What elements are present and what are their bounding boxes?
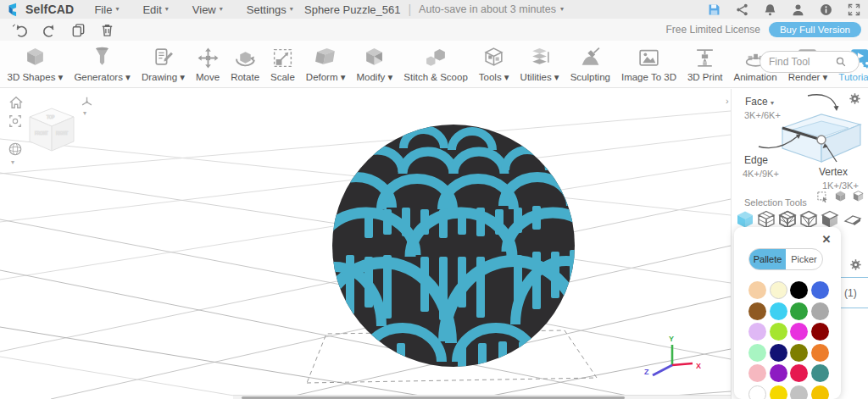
perspective-icon[interactable] [8, 141, 23, 157]
color-swatch-0[interactable] [748, 281, 766, 299]
selfcad-logo[interactable]: SelfCAD [7, 3, 74, 17]
search-icon[interactable] [835, 56, 847, 68]
menu-view[interactable]: View▾ [192, 3, 223, 16]
toolbar-item-utilities[interactable]: Utilities ▾ [515, 43, 565, 86]
gear-icon[interactable] [849, 258, 862, 271]
modify-icon [363, 46, 386, 69]
toolbar-item-3d-shapes[interactable]: 3D Shapes ▾ [2, 43, 69, 86]
image-icon [637, 47, 660, 69]
find-tool-search[interactable] [760, 51, 860, 73]
color-swatch-22[interactable] [790, 385, 808, 399]
color-swatch-8[interactable] [748, 323, 766, 341]
cube-select-icon[interactable] [834, 190, 847, 202]
copy-icon[interactable] [70, 22, 86, 38]
share-icon[interactable] [735, 3, 749, 17]
close-icon[interactable]: ✕ [821, 235, 832, 245]
tab-pallete[interactable]: Pallete [749, 249, 786, 269]
edge-count: 4K+/9K+ [743, 169, 779, 179]
toolbar-item-tools[interactable]: Tools ▾ [473, 43, 515, 86]
move-icon [197, 47, 220, 69]
toolbar-item-modify[interactable]: Modify ▾ [351, 43, 398, 86]
chevron-down-icon: ▾ [290, 6, 293, 13]
color-swatch-13[interactable] [770, 344, 787, 362]
tab-picker[interactable]: Picker [786, 249, 822, 269]
stitch-icon [425, 47, 448, 69]
color-swatch-6[interactable] [790, 302, 808, 320]
viewport-canvas: TOP FRONT RIGHT [0, 89, 731, 399]
undo-icon[interactable] [13, 22, 29, 38]
color-swatch-23[interactable] [811, 385, 829, 399]
color-swatch-11[interactable] [811, 323, 829, 341]
toolbar-item-image-to-3d[interactable]: Image To 3D [615, 44, 682, 85]
info-icon[interactable] [819, 3, 833, 17]
color-swatch-15[interactable] [811, 344, 829, 362]
svg-text:FRONT: FRONT [35, 131, 48, 136]
color-swatch-3[interactable] [811, 281, 829, 299]
delete-icon[interactable] [99, 22, 115, 38]
color-popup: ✕ Pallete Picker [734, 227, 841, 399]
toolbar-item-rotate[interactable]: Rotate [225, 44, 265, 85]
selection-tools-label: Selection Tools [744, 197, 807, 208]
toolbar-item-scale[interactable]: Scale [265, 44, 301, 85]
tools-icon [482, 46, 505, 69]
svg-text:RIGHT: RIGHT [56, 131, 68, 136]
toolbar-item-move[interactable]: Move [191, 44, 225, 85]
color-swatch-9[interactable] [770, 323, 787, 341]
color-swatch-2[interactable] [790, 281, 808, 299]
menu-edit[interactable]: Edit▾ [142, 3, 168, 16]
color-swatch-4[interactable] [748, 302, 766, 320]
color-swatch-19[interactable] [811, 364, 829, 382]
color-swatch-18[interactable] [790, 364, 808, 382]
fit-view-icon[interactable] [8, 114, 22, 128]
marquee-select-icon[interactable] [816, 191, 829, 203]
buy-full-version-button[interactable]: Buy Full Version [769, 22, 861, 37]
color-swatch-1[interactable] [770, 281, 787, 299]
quick-actions-bar: Free Limited License Buy Full Version [0, 19, 868, 41]
chevron-down-icon: ▾ [115, 6, 119, 13]
axis-toggle-icon[interactable] [81, 96, 93, 108]
sphere-model[interactable] [288, 125, 617, 399]
toolbar-item-sculpting[interactable]: Sculpting [565, 44, 615, 85]
panel-collapse-icon[interactable]: › [726, 96, 729, 106]
face-count: 3K+/6K+ [744, 110, 781, 120]
color-swatch-20[interactable] [748, 385, 766, 399]
redo-icon[interactable] [42, 22, 58, 38]
chevron-down-icon[interactable]: ▾ [11, 158, 14, 166]
color-swatch-7[interactable] [811, 302, 829, 320]
solid-select-icon[interactable] [852, 190, 865, 202]
chevron-down-icon: ▾ [165, 6, 169, 13]
toolbar-item-3d-print[interactable]: 3D Print [682, 44, 728, 85]
toolbar-item-generators[interactable]: Generators ▾ [69, 43, 136, 86]
save-icon[interactable] [707, 3, 721, 17]
svg-text:X: X [696, 362, 701, 370]
selfcad-logo-icon [7, 3, 21, 17]
fullscreen-icon[interactable] [847, 3, 861, 17]
color-swatch-17[interactable] [770, 364, 787, 382]
axis-indicator: Y X Z [644, 335, 701, 376]
selfcad-app: SelfCAD File▾ Edit▾ View▾ Settings▾ Sphe… [0, 0, 868, 399]
gear-icon[interactable] [849, 92, 861, 105]
find-tool-input[interactable] [767, 55, 832, 69]
toolbar-item-deform[interactable]: Deform ▾ [300, 43, 351, 86]
3d-viewport[interactable]: TOP FRONT RIGHT [0, 89, 731, 399]
color-popup-tabs: Pallete Picker [748, 248, 823, 270]
color-swatch-21[interactable] [770, 385, 787, 399]
face-label[interactable]: Face ▾ [745, 96, 774, 108]
funnel-icon [91, 46, 114, 69]
autosave-status[interactable]: Auto-save in about 3 minutes▾ [419, 3, 564, 15]
color-swatch-14[interactable] [790, 344, 808, 362]
color-swatch-16[interactable] [748, 364, 766, 382]
home-view-icon[interactable] [8, 96, 24, 109]
color-swatch-5[interactable] [770, 302, 787, 320]
toolbar-item-drawing[interactable]: Drawing ▾ [136, 43, 190, 86]
toolbar-item-stitch-scoop[interactable]: Stitch & Scoop [398, 44, 473, 85]
menu-file[interactable]: File▾ [94, 3, 119, 16]
chevron-down-icon[interactable]: ▾ [83, 109, 86, 117]
menu-settings[interactable]: Settings▾ [247, 3, 293, 16]
color-swatch-12[interactable] [748, 344, 766, 362]
chevron-down-icon: ▾ [220, 6, 223, 13]
notifications-icon[interactable] [763, 3, 777, 17]
select-mode-face-icon[interactable] [843, 209, 863, 230]
account-icon[interactable] [791, 3, 805, 17]
color-swatch-10[interactable] [790, 323, 808, 341]
